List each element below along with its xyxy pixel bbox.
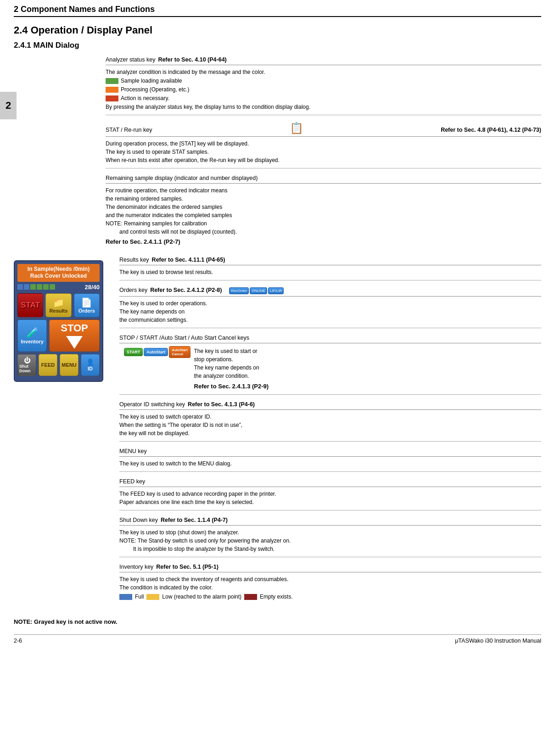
inventory-low-swatch <box>146 594 159 600</box>
red-swatch <box>106 95 118 101</box>
remaining-desc4: and the numerator indicates the complete… <box>106 211 541 219</box>
results-key-desc: The key is used to browse test results. <box>119 268 541 276</box>
analyzer-status-label: Analyzer status key <box>106 56 155 63</box>
results-icon: 📁 <box>53 297 64 308</box>
orange-swatch <box>106 87 118 93</box>
stop-desc4: the analyzer condition. <box>194 372 269 380</box>
inventory-key-annotation: Inventory key Refer to Sec. 5.1 (P5-1) T… <box>119 564 541 605</box>
swatch2-label: Processing (Operating, etc.) <box>121 85 189 94</box>
stat-desc1: During operation process, the [STAT] key… <box>106 140 541 148</box>
orders-desc1: The key is used to order operations. <box>119 299 541 308</box>
stop-desc2: stop operations. <box>194 355 269 364</box>
inventory-desc1: The key is used to check the inventory o… <box>119 575 541 583</box>
stop-triangle-icon <box>66 336 83 349</box>
status-bar[interactable]: In Sample(Needs /0min) Rack Cover Unlock… <box>17 264 100 282</box>
green-swatch <box>106 78 118 84</box>
swatch1-label: Sample loading available <box>121 77 182 85</box>
stat-rerun-ref: Refer to Sec. 4.8 (P4-61), 4.12 (P4-73) <box>441 127 541 133</box>
shutdown-button[interactable]: ⏻ Shut Down <box>17 354 36 376</box>
rem-block4 <box>37 284 42 290</box>
inventory-full-label: Full <box>135 593 144 601</box>
rem-block2 <box>24 284 29 290</box>
subsection-title: 2.4.1 MAIN Dialog <box>14 41 541 50</box>
feed-button[interactable]: FEED <box>39 354 57 376</box>
inventory-key-ref: Refer to Sec. 5.1 (P5-1) <box>156 564 218 570</box>
stop-start-annotation: STOP / START /Auto Start / Auto Start Ca… <box>119 335 541 395</box>
inventory-button[interactable]: 🧪 Inventory <box>17 319 47 352</box>
shutdown-desc3: It is imposible to stop the analyzer by … <box>133 545 541 553</box>
analyzer-status-ref: Refer to Sec. 4.10 (P4-64) <box>158 56 226 63</box>
rec-order-btn[interactable]: RecOrder <box>229 287 249 294</box>
stop-desc1: The key is used to start or <box>194 347 269 355</box>
remaining-desc1: For routine operation, the colored indic… <box>106 186 541 195</box>
remaining-desc6: and control tests will not be displayed … <box>119 228 541 236</box>
orders-desc3: the communication settings. <box>119 316 541 324</box>
operator-desc1: The key is used to switch operator ID. <box>119 413 541 421</box>
start-btn[interactable]: START <box>124 348 143 356</box>
stat-rerun-label: STAT / Re-run key <box>106 127 152 133</box>
rem-block1 <box>17 284 23 290</box>
swatch3-label: Action is necessary. <box>121 94 169 102</box>
operator-id-annotation: Operator ID switching key Refer to Sec. … <box>119 401 541 442</box>
feed-key-label: FEED key <box>119 478 145 485</box>
remaining-desc3: The denominator indicates the ordered sa… <box>106 203 541 211</box>
operator-desc2: When the setting is “The operator ID is … <box>119 421 541 429</box>
autostart-cancel-btn[interactable]: AutoStartCancel <box>169 346 190 358</box>
stop-button[interactable]: STOP <box>49 319 100 352</box>
stop-label: STOP <box>61 322 88 334</box>
bottom-note: NOTE: Grayed key is not active now. <box>14 618 541 625</box>
results-key-label: Results key <box>119 257 149 263</box>
stop-desc3: The key name depends on <box>194 364 269 372</box>
status-line2: Rack Cover Unlocked <box>20 273 97 280</box>
shutdown-key-ref: Refer to Sec. 1.1.4 (P4-7) <box>161 517 228 523</box>
rem-block5 <box>43 284 49 290</box>
analyzer-status-annotation: Analyzer status key Refer to Sec. 4.10 (… <box>106 56 541 115</box>
inventory-empty-label: Empty exists. <box>260 593 292 601</box>
remaining-desc2: the remaining ordered samples. <box>106 195 541 203</box>
remaining-desc5: NOTE: Remaining samples for calibration <box>106 219 541 228</box>
shutdown-key-annotation: Shut Down key Refer to Sec. 1.1.4 (P4-7)… <box>119 517 541 557</box>
status-line1: In Sample(Needs /0min) <box>20 266 97 273</box>
shutdown-key-label: Shut Down key <box>119 517 158 523</box>
results-button[interactable]: 📁 Results <box>45 293 71 317</box>
analyzer-panel: In Sample(Needs /0min) Rack Cover Unlock… <box>14 260 103 382</box>
rem-block3 <box>30 284 36 290</box>
chapter-header: 2 Component Names and Functions <box>14 5 541 17</box>
orders-mini-buttons: RecOrder ONLINE LIF/LIR <box>229 287 284 294</box>
stop-ref: Refer to Sec. 2.4.1.3 (P2-9) <box>194 382 269 391</box>
orders-button[interactable]: 📄 Orders <box>74 293 100 317</box>
inventory-low-label: Low (reached to the alarm point) <box>162 593 241 601</box>
orders-key-ref: Refer to Sec. 2.4.1.2 (P2-8) <box>150 287 222 293</box>
section-title: 2.4 Operation / Display Panel <box>14 24 541 36</box>
remaining-count: 28/40 <box>84 284 100 291</box>
stat-button[interactable]: STAT <box>17 293 43 317</box>
id-button[interactable]: 👤 ID <box>81 354 100 376</box>
results-key-ref: Refer to Sec. 4.11.1 (P4-65) <box>152 257 225 263</box>
operator-id-label: Operator ID switching key <box>119 401 185 408</box>
inventory-key-label: Inventory key <box>119 564 153 570</box>
stat-rerun-annotation: STAT / Re-run key 📋 Refer to Sec. 4.8 (P… <box>106 122 541 168</box>
footer-right: μTASWako i30 Instruction Manual <box>455 638 541 644</box>
inventory-desc2: The condition is indicated by the color. <box>119 583 541 592</box>
online-btn[interactable]: ONLINE <box>250 287 267 294</box>
operator-desc3: the key will not be displayed. <box>119 429 541 437</box>
shutdown-desc2: NOTE: The Stand-by switch is used only f… <box>119 537 541 545</box>
id-icon: 👤 <box>86 358 94 366</box>
stat-desc3: When re-run lists exist after operation,… <box>106 156 541 164</box>
inventory-icon: 🧪 <box>26 327 39 339</box>
orders-key-label: Orders key <box>119 287 147 293</box>
analyzer-status-desc2: By pressing the analyzer status key, the… <box>106 103 541 111</box>
shutdown-icon: ⏻ <box>24 357 30 364</box>
autostart-btn[interactable]: AutoStart <box>144 348 168 356</box>
remaining-sample-label: Remaining sample display (indicator and … <box>106 175 258 181</box>
stop-start-label: STOP / START /Auto Start / Auto Start Ca… <box>119 335 249 341</box>
menu-key-label: MENU key <box>119 448 147 454</box>
stat-icon: 📋 <box>290 122 303 134</box>
lif-lir-btn[interactable]: LIF/LIR <box>268 287 284 294</box>
inventory-empty-swatch <box>244 594 257 600</box>
menu-button[interactable]: MENU <box>60 354 78 376</box>
shutdown-desc1: The key is used to stop (shut down) the … <box>119 528 541 537</box>
menu-key-desc: The key is used to switch to the MENU di… <box>119 459 541 468</box>
remaining-sample-annotation: Remaining sample display (indicator and … <box>106 175 541 250</box>
stat-desc2: The key is used to operate STAT samples. <box>106 148 541 156</box>
